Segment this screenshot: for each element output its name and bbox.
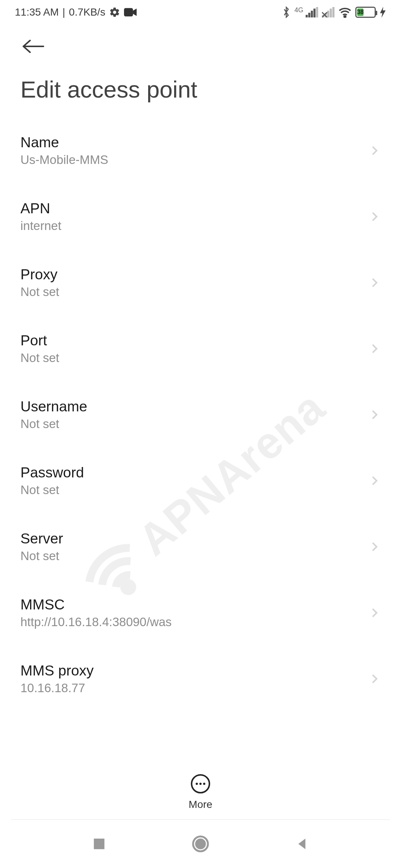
svg-point-19 xyxy=(203,783,205,785)
row-value: http://10.16.18.4:38090/was xyxy=(20,615,172,629)
status-left: 11:35 AM | 0.7KB/s xyxy=(15,6,137,18)
gear-icon xyxy=(109,7,120,18)
svg-point-18 xyxy=(199,783,202,785)
chevron-right-icon xyxy=(369,145,381,157)
chevron-right-icon xyxy=(369,607,381,619)
row-label: Server xyxy=(20,530,63,547)
row-value: 10.16.18.77 xyxy=(20,681,94,693)
svg-rect-10 xyxy=(332,7,335,17)
status-netspeed: 0.7KB/s xyxy=(69,6,105,18)
chevron-right-icon xyxy=(369,343,381,355)
row-port[interactable]: Port Not set xyxy=(0,316,401,382)
bluetooth-icon xyxy=(282,6,291,18)
chevron-right-icon xyxy=(369,673,381,685)
nav-recents-button[interactable] xyxy=(90,835,108,853)
row-proxy[interactable]: Proxy Not set xyxy=(0,250,401,316)
signal-sim1-icon xyxy=(306,7,318,17)
svg-point-22 xyxy=(196,839,205,848)
svg-rect-20 xyxy=(94,839,104,849)
row-name[interactable]: Name Us-Mobile-MMS xyxy=(0,118,401,184)
svg-rect-0 xyxy=(124,8,133,16)
more-button[interactable] xyxy=(190,773,211,794)
status-separator: | xyxy=(62,6,65,18)
nav-bar xyxy=(0,820,401,868)
row-label: Port xyxy=(20,332,59,349)
row-label: MMS proxy xyxy=(20,662,94,679)
page-title: Edit access point xyxy=(0,57,401,118)
signal-sim2-icon xyxy=(322,7,335,17)
status-time: 11:35 AM xyxy=(15,6,59,18)
more-label: More xyxy=(189,799,212,811)
svg-rect-1 xyxy=(306,15,308,17)
battery-icon: 38 xyxy=(355,7,376,18)
wifi-icon xyxy=(338,7,352,18)
nav-home-button[interactable] xyxy=(191,835,210,853)
svg-rect-9 xyxy=(330,9,332,17)
nav-back-button[interactable] xyxy=(293,835,311,853)
row-label: APN xyxy=(20,200,61,217)
row-server[interactable]: Server Not set xyxy=(0,514,401,580)
header-row xyxy=(0,24,401,57)
chevron-right-icon xyxy=(369,409,381,421)
svg-point-17 xyxy=(196,783,198,785)
network-tag: 4G xyxy=(294,6,303,14)
row-value: internet xyxy=(20,219,61,233)
settings-list: APNArena Name Us-Mobile-MMS APN internet… xyxy=(0,118,401,693)
row-value: Us-Mobile-MMS xyxy=(20,153,108,167)
charging-icon xyxy=(379,7,386,18)
row-label: Password xyxy=(20,464,84,481)
status-bar: 11:35 AM | 0.7KB/s 4G 38 xyxy=(0,0,401,24)
bottom-action-bar: More xyxy=(0,769,401,811)
chevron-right-icon xyxy=(369,211,381,223)
svg-rect-3 xyxy=(311,10,313,17)
row-apn[interactable]: APN internet xyxy=(0,184,401,250)
back-button[interactable] xyxy=(20,39,46,54)
svg-rect-5 xyxy=(316,7,318,17)
row-label: Proxy xyxy=(20,266,59,283)
row-mms-proxy[interactable]: MMS proxy 10.16.18.77 xyxy=(0,646,401,693)
chevron-right-icon xyxy=(369,277,381,289)
row-username[interactable]: Username Not set xyxy=(0,382,401,448)
row-label: MMSC xyxy=(20,596,172,613)
camera-icon xyxy=(124,8,137,17)
row-label: Username xyxy=(20,398,87,415)
row-value: Not set xyxy=(20,417,87,431)
row-value: Not set xyxy=(20,483,84,497)
status-right: 4G 38 xyxy=(282,6,386,18)
row-value: Not set xyxy=(20,351,59,365)
row-value: Not set xyxy=(20,549,63,563)
chevron-right-icon xyxy=(369,475,381,487)
svg-point-13 xyxy=(344,16,346,17)
chevron-right-icon xyxy=(369,541,381,553)
row-value: Not set xyxy=(20,285,59,299)
svg-rect-4 xyxy=(313,9,316,17)
svg-rect-2 xyxy=(308,13,310,17)
row-label: Name xyxy=(20,134,108,151)
row-mmsc[interactable]: MMSC http://10.16.18.4:38090/was xyxy=(0,580,401,646)
row-password[interactable]: Password Not set xyxy=(0,448,401,514)
svg-rect-8 xyxy=(327,10,329,17)
battery-percent: 38 xyxy=(357,9,363,16)
